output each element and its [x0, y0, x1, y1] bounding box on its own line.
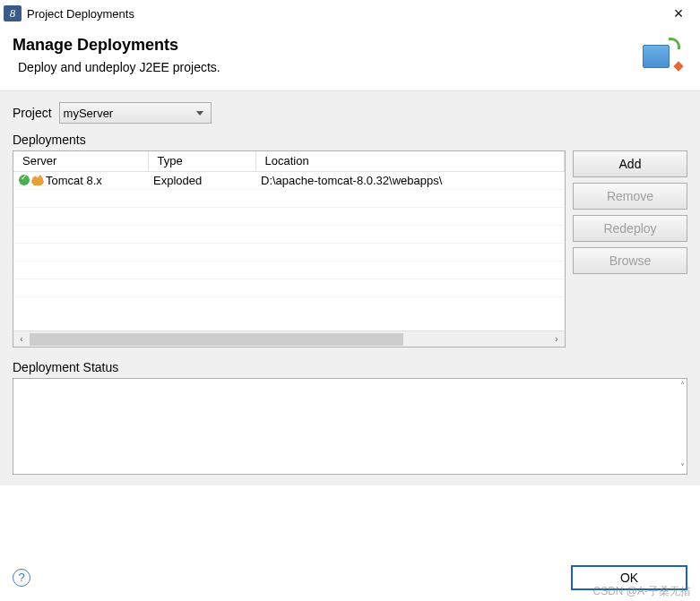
- table-row: [13, 279, 565, 297]
- add-button[interactable]: Add: [573, 150, 687, 177]
- tomcat-icon: [31, 175, 44, 185]
- status-label: Deployment Status: [13, 360, 687, 374]
- project-selected-value: myServer: [64, 107, 114, 120]
- table-row[interactable]: Tomcat 8.x Exploded D:\apache-tomcat-8.0…: [13, 171, 565, 190]
- scroll-right-icon[interactable]: ›: [549, 331, 565, 348]
- help-icon[interactable]: ?: [13, 569, 30, 587]
- close-button[interactable]: ×: [661, 5, 696, 21]
- app-icon: 8: [4, 5, 22, 21]
- horizontal-scrollbar[interactable]: ‹ ›: [13, 331, 565, 347]
- table-row: [13, 190, 565, 208]
- table-row: [13, 208, 565, 226]
- scroll-left-icon[interactable]: ‹: [13, 331, 30, 348]
- status-ok-icon: [19, 175, 30, 185]
- scrollbar-thumb[interactable]: [30, 333, 403, 346]
- table-row: [13, 244, 565, 262]
- deployments-table: Server Type Location Tomcat 8.x Exploded: [13, 150, 566, 348]
- deployments-label: Deployments: [13, 133, 687, 147]
- cell-type: Exploded: [148, 171, 255, 190]
- col-location[interactable]: Location: [255, 151, 565, 171]
- scroll-down-icon[interactable]: ˅: [680, 462, 685, 472]
- watermark: CSDN @A-子桑无措: [592, 584, 691, 599]
- table-row: [13, 226, 565, 244]
- redeploy-button[interactable]: Redeploy: [573, 215, 687, 242]
- browse-button[interactable]: Browse: [573, 247, 687, 274]
- table-row: [13, 262, 565, 279]
- dialog-header: Manage Deployments Deploy and undeploy J…: [0, 27, 700, 91]
- cell-server: Tomcat 8.x: [46, 174, 102, 187]
- window-title: Project Deployments: [27, 7, 661, 21]
- status-textarea[interactable]: ˄ ˅: [13, 378, 687, 475]
- project-row: Project myServer: [13, 102, 687, 124]
- project-dropdown[interactable]: myServer: [59, 102, 212, 124]
- cell-location: D:\apache-tomcat-8.0.32\webapps\: [255, 171, 565, 190]
- scroll-up-icon[interactable]: ˄: [680, 381, 685, 391]
- deploy-icon: [641, 36, 684, 73]
- titlebar: 8 Project Deployments ×: [0, 0, 700, 27]
- col-server[interactable]: Server: [13, 151, 148, 171]
- button-column: Add Remove Redeploy Browse: [573, 150, 687, 348]
- project-label: Project: [13, 106, 52, 120]
- content-area: Project myServer Deployments Server Type…: [0, 91, 700, 485]
- remove-button[interactable]: Remove: [573, 183, 687, 210]
- page-title: Manage Deployments: [13, 36, 687, 55]
- col-type[interactable]: Type: [148, 151, 255, 171]
- page-subtitle: Deploy and undeploy J2EE projects.: [18, 60, 687, 74]
